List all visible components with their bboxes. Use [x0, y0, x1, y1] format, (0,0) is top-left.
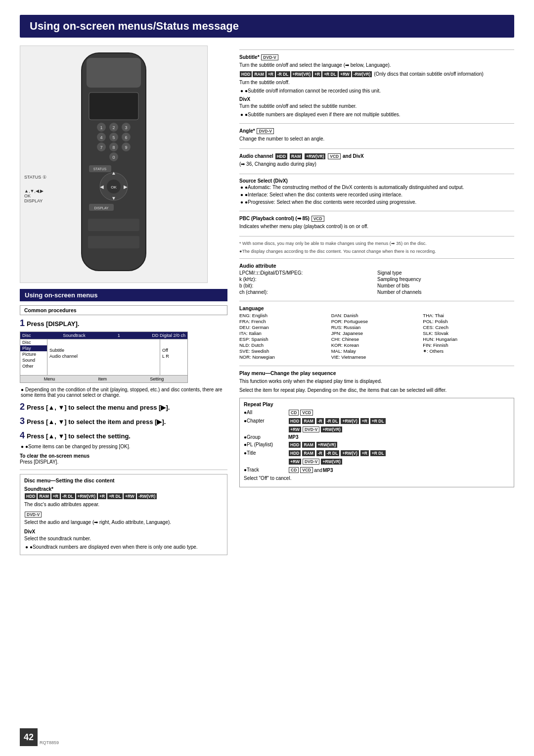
svg-rect-2 — [89, 93, 138, 120]
play-menu-text1: This function works only when the elapse… — [239, 378, 514, 385]
svg-rect-1 — [87, 58, 141, 88]
svg-text:OK: OK — [111, 185, 117, 189]
to-clear-block: To clear the on-screen menus Press [DISP… — [20, 453, 227, 466]
status-label: STATUS ① — [24, 175, 46, 180]
step4-text: Press [▲, ▼] to select the setting. — [27, 432, 131, 440]
repeat-play-title: Repeat Play — [244, 401, 510, 407]
dvdv-label: DVD-V — [24, 511, 223, 518]
svg-text:▶: ▶ — [124, 184, 128, 189]
lang-pol: POL: Polish — [423, 319, 514, 324]
lang-eng: ENG: English — [239, 313, 331, 318]
osd-table: Disc Soundtrack 1 DD Digital 2/0 ch Disc… — [20, 331, 188, 383]
svg-text:3: 3 — [125, 125, 127, 130]
svg-rect-34 — [88, 219, 139, 231]
source-progressive: ●Progressive: Select when the disc conte… — [239, 199, 514, 205]
audio-attr-val3: Number of bits — [377, 283, 514, 288]
angle-text: Change the number to select an angle. — [239, 136, 514, 142]
badge-rw: +RW — [124, 493, 136, 499]
subtitle-badges-hdd: HDDRAM+R-R DL+RW(VR)+R+R DL+RW-RW(VR) (O… — [239, 71, 514, 78]
svg-text:4: 4 — [100, 135, 102, 140]
page-number: 42 — [20, 728, 38, 746]
step1-text: Press [DISPLAY]. — [27, 320, 79, 328]
step2-num: 2 — [20, 402, 25, 412]
lang-jpn: JPN: Japanese — [331, 331, 423, 336]
step4-num: 4 — [20, 430, 25, 441]
audio-attr-val2: Sampling frequency — [377, 277, 514, 282]
repeat-play-section: Repeat Play ●All CD VCD ●Chapter HDD RAM — [239, 398, 514, 487]
display-label: DISPLAY — [24, 198, 46, 203]
svg-text:6: 6 — [125, 135, 127, 140]
svg-text:2: 2 — [112, 125, 115, 130]
pbc-section: PBC (Playback control) (➡ 85) VCD Indica… — [239, 215, 514, 230]
step3-num: 3 — [20, 416, 25, 426]
soundtrack-badges: HDDRAM+R-R DL+RW(VR)+R+R DL+RW-RW(VR) — [24, 493, 223, 500]
svg-text:5: 5 — [112, 135, 115, 140]
repeat-pl: ●PL (Playlist) HDD RAM +RW(VR) — [244, 441, 510, 448]
repeat-chapter-cont: +RW DVD-V +RW(VR) — [244, 426, 510, 433]
menu-sound: Sound — [20, 357, 47, 363]
language-grid: ENG: English DAN: Danish THA: Thai FRA: … — [239, 313, 514, 360]
main-title: Using on-screen menus/Status message — [20, 15, 514, 38]
badge-rplus: +R — [98, 493, 106, 499]
lang-dan: DAN: Danish — [331, 313, 423, 318]
svg-text:9: 9 — [125, 145, 127, 150]
audio-channel-label: Audio channel HDD RAM +RW(VR) VCD and Di… — [239, 153, 514, 160]
svg-text:▲: ▲ — [111, 170, 116, 176]
svg-text:1: 1 — [100, 125, 102, 130]
angle-section: Angle* DVD-V Change the number to select… — [239, 128, 514, 142]
lang-hun: HUN: Hungarian — [423, 336, 514, 342]
lang-fin: FIN: Finnish — [423, 342, 514, 348]
lang-chi: CHI: Chinese — [331, 336, 423, 342]
lang-blank — [423, 354, 514, 360]
menu-other: Other — [20, 363, 47, 369]
to-clear-text: Press [DISPLAY]. — [20, 459, 227, 466]
svg-text:7: 7 — [100, 145, 102, 150]
step1-block: 1 Press [DISPLAY]. Disc Soundtrack 1 DD … — [20, 318, 227, 398]
menu-picture: Picture — [20, 351, 47, 357]
step2-block: 2 Press [▲, ▼] to select the menu and pr… — [20, 402, 227, 412]
audio-attr-title: Audio attribute — [239, 263, 514, 269]
lang-nld: NLD: Dutch — [239, 342, 331, 348]
repeat-track: ●Track CD VCD and MP3 — [244, 467, 510, 473]
divx-subtitle-text: Turn the subtitle on/off and select the … — [239, 103, 514, 110]
pbc-text: Indicates whether menu play (playback co… — [239, 223, 514, 230]
play-menu-section: Play menu—Change the play sequence This … — [239, 370, 514, 487]
osd-header-format: DD Digital 2/0 ch — [152, 333, 185, 338]
angle-label: Angle* DVD-V — [239, 128, 514, 135]
subtitle-text1: Turn the subtitle on/off and select the … — [239, 62, 514, 69]
soundtrack-text1: The disc's audio attributes appear. — [24, 501, 223, 508]
dvdv-text: Select the audio and language (➡ right, … — [24, 519, 223, 526]
common-procedures-label: Common procedures — [20, 305, 227, 315]
badge-rwvr: +RW(VR) — [76, 493, 97, 499]
to-clear-title: To clear the on-screen menus — [20, 453, 227, 459]
disc-menu-section: Disc menu—Setting the disc content Sound… — [20, 474, 227, 555]
two-col-layout: 1 2 3 4 5 6 7 8 9 — [20, 46, 514, 560]
setting-blank1 — [160, 339, 187, 347]
dvdv-badge: DVD-V — [25, 512, 42, 518]
svg-text:8: 8 — [112, 145, 115, 150]
osd-header-track: 1 — [118, 333, 120, 338]
audio-channel-ref: (➡ 36, Changing audio during play) — [239, 161, 514, 168]
disc-menu-title: Disc menu—Setting the disc content — [24, 477, 223, 483]
badge-rplusdl: +R DL — [107, 493, 123, 499]
osd-header-disc: Disc — [22, 333, 31, 338]
setting-blank3 — [160, 367, 187, 375]
subtitle-text2: Turn the subtitle on/off. — [239, 79, 514, 86]
lang-ces: CES: Czech — [423, 325, 514, 330]
audio-attr-section: Audio attribute LPCM/□□Digital/DTS/MPEG:… — [239, 263, 514, 295]
audio-channel-section: Audio channel HDD RAM +RW(VR) VCD and Di… — [239, 153, 514, 168]
step4-note: ●Some items can be changed by pressing [… — [20, 444, 227, 449]
svg-text:▼: ▼ — [111, 195, 116, 201]
audio-attr-label2: k (kHz): — [239, 277, 376, 282]
arrows-label: ▲,▼,◀,▶ — [24, 189, 46, 193]
source-auto: ●Automatic: The constructing method of t… — [239, 185, 514, 190]
lang-slk: SLK: Slovak — [423, 331, 514, 336]
source-select-section: Source Select (DivX) ●Automatic: The con… — [239, 178, 514, 205]
item-blank1 — [47, 339, 160, 347]
svg-text:DISPLAY: DISPLAY — [94, 206, 108, 210]
badge-ram: RAM — [38, 493, 50, 499]
pbc-label: PBC (Playback control) (➡ 85) VCD — [239, 215, 514, 222]
badge-hdd: HDD — [25, 493, 37, 499]
source-interlace: ●Interlace: Select when the disc content… — [239, 192, 514, 197]
svg-rect-35 — [88, 236, 139, 248]
